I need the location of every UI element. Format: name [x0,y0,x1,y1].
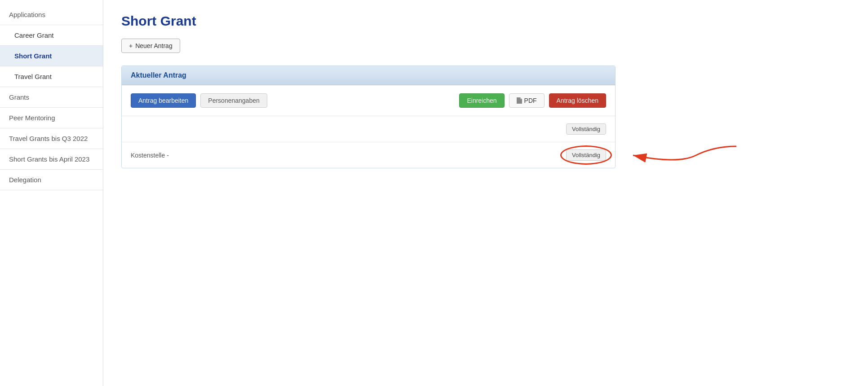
document-icon [517,97,522,104]
page-title: Short Grant [121,13,850,29]
edit-button[interactable]: Antrag bearbeiten [131,93,196,108]
sidebar-item-delegation[interactable]: Delegation [0,170,103,190]
row-2-label: Kostenstelle - [131,152,566,159]
sidebar-item-travel-grants-q3[interactable]: Travel Grants bis Q3 2022 [0,128,103,149]
sidebar-item-short-grants-april[interactable]: Short Grants bis April 2023 [0,149,103,170]
submit-button[interactable]: Einreichen [459,93,504,108]
delete-button[interactable]: Antrag löschen [549,93,606,108]
status-badge-2: Vollständig [566,149,606,161]
annotation-arrow [624,142,741,169]
main-content: Short Grant + Neuer Antrag Aktueller Ant… [103,0,868,386]
row-2-status: Vollständig [566,149,606,161]
plus-icon: + [129,42,133,49]
data-row-1: Vollständig [122,116,615,142]
data-row-2: Kostenstelle - Vollständig [122,142,615,168]
pdf-button[interactable]: PDF [509,93,545,108]
status-badge-1: Vollständig [566,123,606,135]
sidebar-item-travel-grant[interactable]: Travel Grant [0,66,103,87]
person-button[interactable]: Personenangaben [200,93,267,108]
panel-header: Aktueller Antrag [122,66,615,85]
sidebar-item-short-grant[interactable]: Short Grant [0,46,103,66]
current-application-panel: Aktueller Antrag Antrag bearbeiten Perso… [121,66,616,168]
sidebar-item-applications[interactable]: Applications [0,4,103,25]
action-row: Antrag bearbeiten Personenangaben Einrei… [122,85,615,116]
sidebar: Applications Career Grant Short Grant Tr… [0,0,103,386]
row-1-status: Vollständig [566,123,606,135]
sidebar-item-career-grant[interactable]: Career Grant [0,25,103,46]
new-application-button[interactable]: + Neuer Antrag [121,39,180,53]
sidebar-item-grants[interactable]: Grants [0,87,103,108]
new-button-label: Neuer Antrag [135,42,173,49]
sidebar-item-peer-mentoring[interactable]: Peer Mentoring [0,108,103,128]
